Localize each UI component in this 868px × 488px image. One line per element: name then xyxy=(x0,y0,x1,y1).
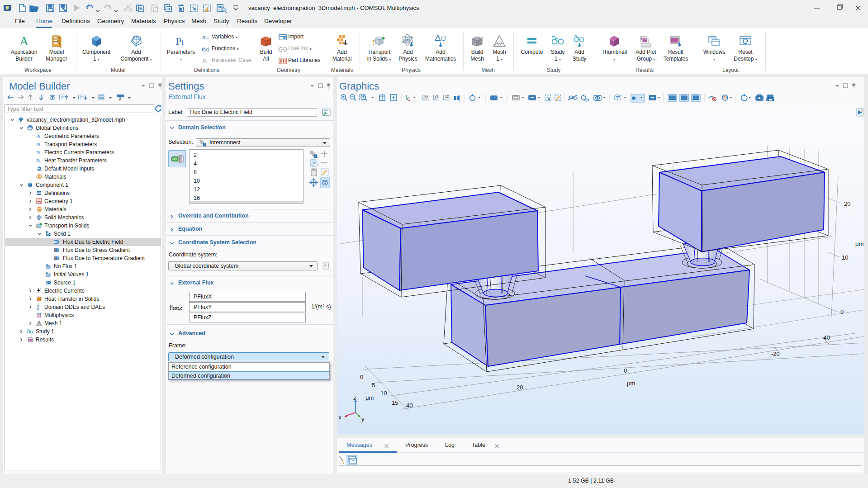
svg-text:0: 0 xyxy=(624,367,627,374)
svg-text:d: d xyxy=(37,304,39,307)
svg-text:z: z xyxy=(353,394,356,401)
svg-text:xz: xz xyxy=(445,94,449,99)
svg-text:yz: yz xyxy=(435,94,439,99)
svg-text:f(x): f(x) xyxy=(202,46,209,52)
svg-text:dt: dt xyxy=(37,307,40,310)
svg-text:μm: μm xyxy=(627,380,635,387)
svg-text:20: 20 xyxy=(844,200,850,207)
svg-text:D: D xyxy=(46,271,48,274)
svg-text:Pi: Pi xyxy=(36,133,40,139)
svg-text:μm: μm xyxy=(855,241,863,247)
svg-text:U: U xyxy=(441,34,446,42)
svg-text:Pi: Pi xyxy=(36,150,40,155)
svg-text:40: 40 xyxy=(406,402,413,409)
svg-text:Pi: Pi xyxy=(203,57,208,64)
svg-text:x: x xyxy=(338,414,342,421)
svg-text:y: y xyxy=(361,416,365,422)
svg-text:a=: a= xyxy=(202,34,209,41)
svg-text:A: A xyxy=(19,34,29,48)
svg-text:0: 0 xyxy=(360,374,363,380)
svg-text:10: 10 xyxy=(380,390,387,397)
svg-text:15: 15 xyxy=(392,399,398,406)
svg-text:Pi: Pi xyxy=(175,35,184,47)
svg-text:+: + xyxy=(36,291,38,294)
svg-text:5: 5 xyxy=(372,382,375,389)
svg-text:20: 20 xyxy=(517,384,523,391)
svg-text:-40: -40 xyxy=(821,334,830,341)
svg-text:D: D xyxy=(46,263,48,266)
svg-text:-20: -20 xyxy=(771,351,780,357)
svg-text:xy: xy xyxy=(424,94,428,99)
svg-text:10: 10 xyxy=(842,254,848,261)
svg-text:Pi: Pi xyxy=(36,142,40,147)
svg-text:0: 0 xyxy=(840,308,844,315)
svg-text:μm: μm xyxy=(365,394,374,401)
svg-text:Pi: Pi xyxy=(36,158,40,163)
svg-text:D: D xyxy=(46,231,48,233)
